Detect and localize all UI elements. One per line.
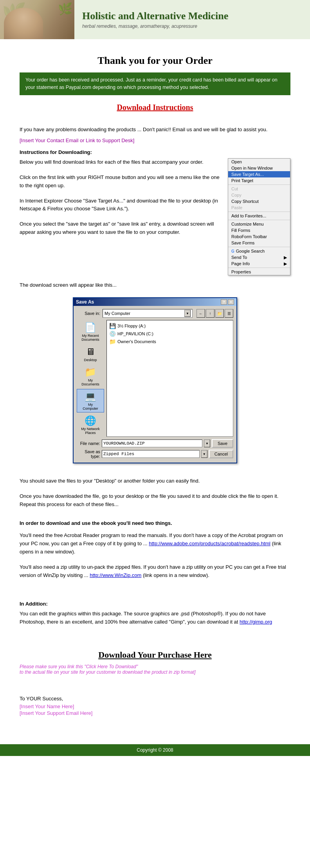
context-menu-item-page-info[interactable]: Page Info [228, 260, 290, 267]
save-in-row: Save in: My Computer ▼ ← ↑ 📁 ☰ [77, 309, 233, 318]
instructions-left: Below you will find download links for e… [20, 158, 220, 241]
page-header: 🌿 Holistic and Alternative Medicine herb… [0, 0, 310, 39]
floppy-icon: 💾 [109, 323, 116, 329]
dialog-view-button[interactable]: ☰ [225, 309, 233, 318]
save-in-value: My Computer [105, 311, 130, 316]
download-section-title: Download Your Purchase Here [20, 650, 290, 660]
save-in-label: Save in: [77, 311, 100, 316]
hdd-label: HP_PAVILION (C:) [117, 331, 153, 336]
header-bg: Holistic and Alternative Medicine herbal… [74, 0, 310, 39]
dialog-file-area[interactable]: 💾 3½ Floppy (A:) 💿 HP_PAVILION (C:) 📁 Ow… [106, 320, 233, 437]
dialog-label: The download screen will appear like thi… [20, 281, 290, 289]
docs-folder-icon: 📁 [109, 338, 116, 345]
save-in-dropdown[interactable]: My Computer ▼ [103, 309, 193, 318]
sidebar-my-documents-label: My Documents [81, 378, 99, 386]
context-menu-sep-2 [228, 212, 290, 212]
context-menu-item-paste: Paste [228, 204, 290, 211]
file-name-input[interactable]: YOURDOWNLOAD.ZIP [102, 439, 202, 447]
header-subtitle: herbal remedies, massage, aromatherapy, … [82, 24, 302, 29]
context-menu-item-favorites[interactable]: Add to Favorites... [228, 213, 290, 219]
context-menu-item-send-to[interactable]: Send To [228, 254, 290, 260]
header-photo: 🌿 [0, 0, 74, 39]
context-menu-item-properties[interactable]: Properties [228, 269, 290, 275]
file-item-floppy[interactable]: 💾 3½ Floppy (A:) [108, 322, 231, 330]
file-name-value: YOURDOWNLOAD.ZIP [103, 441, 145, 446]
download-instructions-title: Download Instructions [20, 103, 290, 112]
my-documents-icon: 📁 [85, 367, 96, 378]
dialog-toolbar: ← ↑ 📁 ☰ [196, 309, 233, 318]
contact-placeholder[interactable]: [Insert Your Contact Email or Link to Su… [20, 137, 290, 143]
after-dialog-text-1: You should save the files to your "Deskt… [20, 477, 290, 485]
dialog-new-folder-button[interactable]: 📁 [215, 309, 224, 318]
winzip-link-note: (link opens in a new window). [143, 572, 209, 578]
dialog-main-area: 📄 My Recent Documents 🖥 Desktop 📁 My Doc… [77, 320, 233, 437]
save-type-dropdown[interactable]: ▼ [201, 450, 207, 458]
context-menu-item-customize[interactable]: Customize Menu [228, 221, 290, 227]
context-menu-item-copy-shortcut[interactable]: Copy Shortcut [228, 198, 290, 204]
my-computer-icon: 💻 [85, 391, 96, 402]
dialog-up-button[interactable]: ↑ [206, 309, 214, 318]
context-menu-sep-3 [228, 220, 290, 220]
dialog-sidebar: 📄 My Recent Documents 🖥 Desktop 📁 My Doc… [77, 320, 104, 437]
dialog-titlebar: Save As ? × [74, 298, 236, 306]
save-as-dialog-window: Save As ? × Save in: My Computer ▼ ← [73, 297, 237, 463]
save-in-dropdown-arrow[interactable]: ▼ [184, 310, 191, 317]
desktop-icon: 🖥 [86, 346, 95, 357]
save-button[interactable]: Save [212, 439, 233, 448]
dialog-help-button[interactable]: ? [221, 299, 227, 305]
acrobat-link[interactable]: http://www.adobe.com/products/acrobat/re… [149, 541, 270, 546]
dialog-titlebar-buttons[interactable]: ? × [221, 299, 234, 305]
in-addition-text: You can edit the graphics within this pa… [20, 610, 290, 626]
context-menu-item-save-target[interactable]: Save Target As... [228, 171, 290, 177]
winzip-link[interactable]: http://www.WinZip.com [90, 572, 141, 578]
closing-text: To YOUR Success, [20, 696, 290, 702]
hdd-icon: 💿 [109, 331, 116, 337]
dialog-body: Save in: My Computer ▼ ← ↑ 📁 ☰ [74, 306, 236, 463]
recent-docs-icon: 📄 [85, 322, 96, 333]
save-as-type-value: Zipped Files [103, 452, 134, 456]
instructions-text-1: Below you will find download links for e… [20, 158, 220, 166]
save-as-type-row: Save as type: Zipped Files ▼ Cancel [77, 449, 233, 459]
header-title: Holistic and Alternative Medicine [82, 10, 302, 22]
order-confirmation-box: Your order has been received and process… [20, 72, 290, 95]
floppy-label: 3½ Floppy (A:) [117, 324, 146, 328]
context-menu-sep-1 [228, 184, 290, 185]
sidebar-recent-docs[interactable]: 📄 My Recent Documents [77, 320, 104, 344]
sidebar-network-places[interactable]: 🌐 My Network Places [77, 413, 104, 437]
instructions-area: Below you will find download links for e… [20, 158, 290, 275]
sidebar-network-label: My Network Places [81, 427, 100, 435]
instructions-text-3: In Internet Explorer Choose "Save Target… [20, 197, 220, 213]
dialog-back-button[interactable]: ← [196, 309, 205, 318]
file-name-row: File name: YOURDOWNLOAD.ZIP ▼ Save [77, 439, 233, 448]
file-item-hdd[interactable]: 💿 HP_PAVILION (C:) [108, 330, 231, 338]
context-menu-item-open[interactable]: Open [228, 159, 290, 165]
sidebar-desktop-label: Desktop [84, 358, 97, 362]
sidebar-my-computer[interactable]: 💻 My Computer [77, 389, 104, 412]
save-as-type-input[interactable]: Zipped Files [102, 450, 200, 458]
pink-note: Please make sure you link this "Click He… [20, 664, 290, 675]
context-menu-item-roboform[interactable]: RoboForm Toolbar [228, 233, 290, 240]
gimp-link[interactable]: http://gimp.org [240, 619, 272, 625]
insert-name[interactable]: [Insert Your Name Here] [20, 703, 290, 709]
in-addition-heading: In Addition: [20, 601, 290, 607]
insert-email[interactable]: [Insert Your Support Email Here] [20, 710, 290, 716]
file-name-dropdown[interactable]: ▼ [204, 439, 210, 447]
cancel-button[interactable]: Cancel [209, 450, 233, 458]
instructions-heading: Instructions for Downloading: [20, 149, 290, 155]
context-menu-item-print[interactable]: Print Target [228, 177, 290, 184]
file-item-docs[interactable]: 📁 Owner's Documents [108, 338, 231, 345]
after-dialog-text-2: Once you have downloaded the file, go to… [20, 492, 290, 509]
dialog-close-button[interactable]: × [228, 299, 234, 305]
context-menu-sep-4 [228, 247, 290, 247]
sidebar-my-documents[interactable]: 📁 My Documents [77, 365, 104, 388]
bold-text-1: In order to download and use the ebook y… [20, 520, 290, 526]
sidebar-desktop[interactable]: 🖥 Desktop [77, 344, 104, 364]
page-footer: Copyright © 2008 [0, 744, 310, 756]
context-menu-item-fill-forms[interactable]: Fill Forms [228, 227, 290, 233]
intro-text-1: If you have any problems downloading the… [20, 126, 290, 134]
acrobat-text: You'll need the free Acrobat Reader prog… [20, 532, 290, 556]
dialog-title: Save As [76, 299, 94, 305]
context-menu-item-google[interactable]: G Google Search [228, 248, 290, 254]
context-menu-item-open-new[interactable]: Open in New Window [228, 165, 290, 171]
context-menu-item-save-forms[interactable]: Save Forms [228, 240, 290, 246]
